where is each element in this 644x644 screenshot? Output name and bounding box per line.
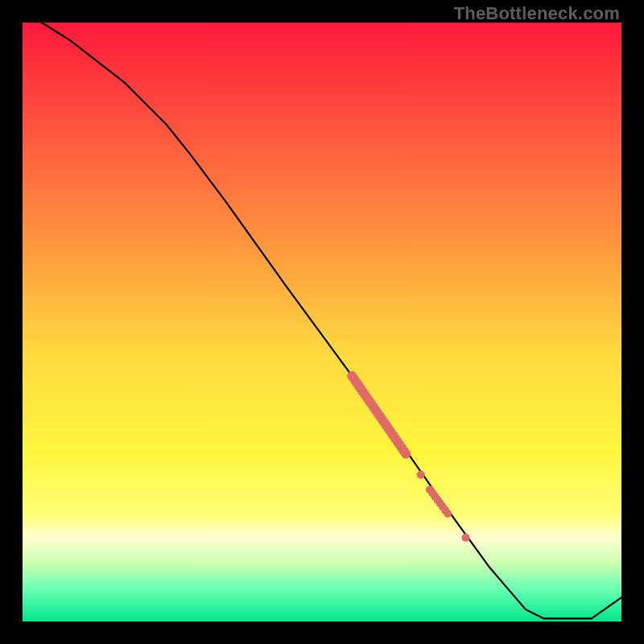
bottleneck-chart: [23, 23, 621, 621]
chart-frame: [23, 23, 621, 621]
data-marker: [444, 510, 452, 518]
data-marker: [462, 534, 470, 542]
data-marker: [417, 471, 425, 479]
data-marker: [401, 449, 411, 459]
chart-background: [23, 23, 621, 621]
watermark-label: TheBottleneck.com: [454, 3, 620, 24]
